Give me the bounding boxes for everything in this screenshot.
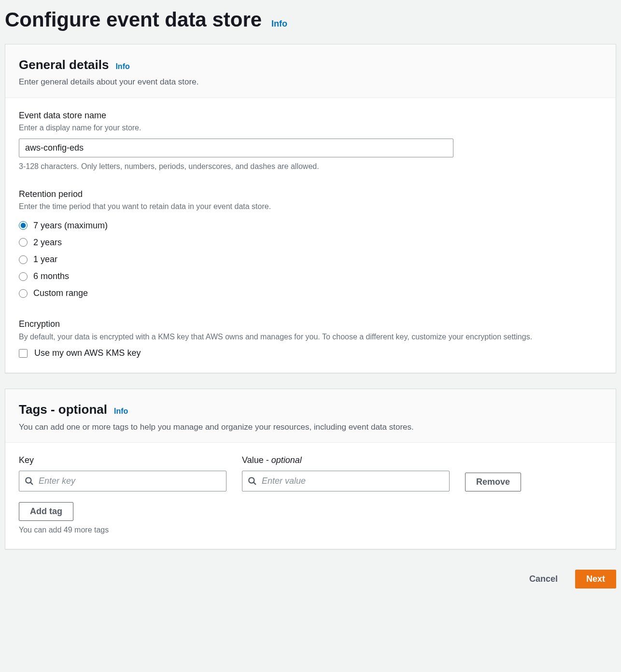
general-heading: General details xyxy=(19,56,109,73)
kms-checkbox[interactable] xyxy=(19,349,28,358)
retention-label-1year[interactable]: 1 year xyxy=(33,253,57,266)
encryption-label: Encryption xyxy=(19,318,602,330)
store-name-label: Event data store name xyxy=(19,110,602,122)
tag-value-input[interactable] xyxy=(242,471,450,491)
store-name-hint: Enter a display name for your store. xyxy=(19,123,602,133)
tags-heading: Tags - optional xyxy=(19,401,107,418)
tag-value-label: Value - optional xyxy=(242,454,450,466)
tag-key-input[interactable] xyxy=(19,471,226,491)
retention-radio-custom[interactable] xyxy=(19,289,28,298)
retention-hint: Enter the time period that you want to r… xyxy=(19,201,602,212)
retention-radio-2years[interactable] xyxy=(19,238,28,247)
retention-radio-group: 7 years (maximum) 2 years 1 year 6 month… xyxy=(19,217,602,302)
tags-info-link[interactable]: Info xyxy=(114,406,128,417)
tag-value-optional: optional xyxy=(271,455,302,465)
kms-checkbox-label[interactable]: Use my own AWS KMS key xyxy=(34,347,141,359)
retention-label: Retention period xyxy=(19,188,602,200)
tags-description: You can add one or more tags to help you… xyxy=(19,421,602,433)
general-description: Enter general details about your event d… xyxy=(19,76,602,88)
remove-tag-button[interactable]: Remove xyxy=(465,473,521,491)
retention-label-custom[interactable]: Custom range xyxy=(33,287,88,299)
retention-radio-6months[interactable] xyxy=(19,272,28,281)
general-info-link[interactable]: Info xyxy=(115,61,129,72)
next-button[interactable]: Next xyxy=(575,570,616,588)
tags-panel: Tags - optional Info You can add one or … xyxy=(5,389,616,549)
general-details-panel: General details Info Enter general detai… xyxy=(5,44,616,373)
add-tag-button[interactable]: Add tag xyxy=(19,502,73,521)
store-name-input[interactable] xyxy=(19,139,453,157)
retention-radio-1year[interactable] xyxy=(19,255,28,264)
retention-label-6months[interactable]: 6 months xyxy=(33,270,69,282)
encryption-hint: By default, your data is encrypted with … xyxy=(19,332,602,342)
retention-label-7years[interactable]: 7 years (maximum) xyxy=(33,220,108,232)
tag-value-label-text: Value - xyxy=(242,455,271,465)
page-info-link[interactable]: Info xyxy=(271,18,287,30)
page-title: Configure event data store xyxy=(5,6,262,34)
retention-label-2years[interactable]: 2 years xyxy=(33,237,62,249)
footer-actions: Cancel Next xyxy=(0,565,621,598)
retention-radio-7years[interactable] xyxy=(19,221,28,230)
cancel-button[interactable]: Cancel xyxy=(521,570,566,588)
store-name-constraint: 3-128 characters. Only letters, numbers,… xyxy=(19,161,602,172)
tags-remaining-text: You can add 49 more tags xyxy=(19,525,602,535)
tag-key-label: Key xyxy=(19,454,226,466)
